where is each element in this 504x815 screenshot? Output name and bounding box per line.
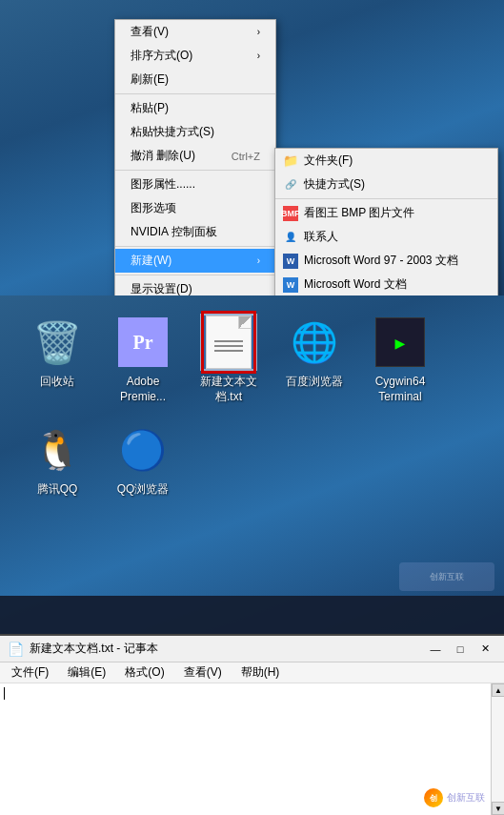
newfile-icon-visual [200, 314, 257, 371]
menu-item-sort[interactable]: 排序方式(O) › [115, 44, 275, 68]
desktop-icon-cygwin[interactable]: ▶ Cygwin64 Terminal [362, 310, 438, 408]
submenu[interactable]: 📁 文件夹(F) 🔗 快捷方式(S) BMP 看图王 BMP 图片文件 👤 联系… [274, 148, 498, 295]
arrow-icon: › [257, 27, 260, 37]
scroll-track[interactable] [492, 697, 504, 802]
desktop-icon-newfile[interactable]: 新建文本文 档.txt [191, 310, 267, 408]
qq-icon: 🐧 [33, 428, 81, 473]
premiere-label: Adobe Premie... [109, 375, 177, 404]
qqbrowser-icon: 🔵 [119, 428, 167, 473]
context-menu[interactable]: 查看(V) › 排序方式(O) › 刷新(E) 粘贴(P) 粘贴快捷方式(S) … [114, 19, 276, 295]
menu-item-undo[interactable]: 撤消 删除(U) Ctrl+Z [115, 144, 275, 168]
menu-item-view[interactable]: 查看(V) › [115, 20, 275, 44]
text-cursor [4, 687, 5, 700]
menu-separator [115, 246, 275, 247]
submenu-item-folder[interactable]: 📁 文件夹(F) [275, 149, 497, 173]
contact-icon: 👤 [283, 230, 298, 245]
premiere-icon-visual: Pr [114, 314, 171, 371]
submenu-item-word[interactable]: W Microsoft Word 文档 [275, 273, 497, 295]
vertical-scrollbar[interactable]: ▲ ▼ [491, 683, 504, 815]
menu-item-graphics-opt[interactable]: 图形选项 [115, 196, 275, 220]
submenu-item-bitmap[interactable]: BMP 看图王 BMP 图片文件 [275, 201, 497, 225]
notepad-title-icon: 📄 [8, 642, 24, 657]
menu-item-refresh[interactable]: 刷新(E) [115, 68, 275, 92]
baidu-browser-icon: 🌐 [291, 320, 338, 365]
recycle-icon: 🗑️ [32, 319, 82, 366]
submenu-item-contact[interactable]: 👤 联系人 [275, 225, 497, 249]
menu-separator [115, 170, 275, 171]
desktop-icon-baidu[interactable]: 🌐 百度浏览器 [276, 310, 353, 408]
menu-file[interactable]: 文件(F) [4, 662, 56, 683]
txt-file-lines [214, 340, 243, 352]
menu-item-display[interactable]: 显示设置(D) [115, 277, 275, 295]
watermark-text: 创新互联 [447, 791, 485, 805]
newfile-label: 新建文本文 档.txt [200, 375, 257, 404]
menu-format[interactable]: 格式(O) [117, 662, 171, 683]
qq-label: 腾讯QQ [37, 482, 78, 498]
menu-view[interactable]: 查看(V) [176, 662, 230, 683]
txt-file-icon [206, 316, 252, 369]
txt-line-3 [214, 350, 243, 352]
recycle-icon-visual: 🗑️ [29, 314, 86, 371]
desktop-icon-grid: 🗑️ 回收站 Pr Adobe Premie... [0, 295, 504, 516]
desktop-icon-recycle[interactable]: 🗑️ 回收站 [19, 310, 95, 408]
shortcut-icon: 🔗 [283, 177, 298, 193]
close-button[interactable]: ✕ [474, 641, 496, 658]
cygwin-terminal-icon: ▶ [375, 317, 425, 367]
submenu-item-shortcut[interactable]: 🔗 快捷方式(S) [275, 173, 497, 196]
word97-icon: W [283, 254, 298, 269]
submenu-separator [275, 198, 497, 199]
menu-item-graphics-prop[interactable]: 图形属性...... [115, 173, 275, 196]
notepad-watermark: 创 创新互联 [424, 788, 485, 807]
menu-item-new[interactable]: 新建(W) › [115, 249, 275, 273]
baidu-label: 百度浏览器 [286, 375, 343, 390]
bitmap-icon: BMP [283, 206, 298, 221]
arrow-icon: › [257, 51, 260, 61]
desktop-icon-qq[interactable]: 🐧 腾讯QQ [19, 418, 95, 501]
window-controls[interactable]: — □ ✕ [424, 641, 496, 658]
desktop-watermark: 创新互联 [399, 562, 494, 591]
qqbrowser-icon-visual: 🔵 [114, 421, 171, 479]
folder-icon: 📁 [283, 153, 298, 169]
cygwin-label: Cygwin64 Terminal [375, 375, 426, 404]
section3-notepad: 📄 新建文本文档.txt - 记事本 — □ ✕ 文件(F) 编辑(E) 格式(… [0, 634, 504, 815]
desktop-icon-premiere[interactable]: Pr Adobe Premie... [105, 310, 181, 408]
menu-separator [115, 93, 275, 94]
recycle-label: 回收站 [40, 375, 74, 390]
menu-item-paste[interactable]: 粘贴(P) [115, 96, 275, 120]
baidu-icon-visual: 🌐 [286, 314, 343, 371]
section2-desktop: 🗑️ 回收站 Pr Adobe Premie... [0, 295, 504, 634]
menu-item-paste-shortcut[interactable]: 粘贴快捷方式(S) [115, 120, 275, 144]
txt-line-2 [214, 345, 243, 347]
txt-line-1 [214, 340, 243, 342]
maximize-button[interactable]: □ [449, 641, 472, 658]
taskbar [0, 596, 504, 634]
menu-help[interactable]: 帮助(H) [233, 662, 288, 683]
notepad-titlebar: 📄 新建文本文档.txt - 记事本 — □ ✕ [0, 636, 504, 662]
qq-icon-visual: 🐧 [29, 421, 86, 479]
notepad-title: 📄 新建文本文档.txt - 记事本 [8, 641, 158, 657]
arrow-icon: › [257, 255, 260, 266]
scroll-down-button[interactable]: ▼ [492, 802, 504, 815]
scroll-up-button[interactable]: ▲ [492, 683, 504, 697]
notepad-menubar[interactable]: 文件(F) 编辑(E) 格式(O) 查看(V) 帮助(H) [0, 662, 504, 683]
submenu-item-word97[interactable]: W Microsoft Word 97 - 2003 文档 [275, 249, 497, 273]
menu-item-nvidia[interactable]: NVIDIA 控制面板 [115, 220, 275, 244]
watermark-logo-icon: 创 [424, 788, 443, 807]
shortcut-label: Ctrl+Z [232, 151, 260, 162]
menu-edit[interactable]: 编辑(E) [60, 662, 113, 683]
section1-desktop-contextmenu: 查看(V) › 排序方式(O) › 刷新(E) 粘贴(P) 粘贴快捷方式(S) … [0, 0, 504, 295]
minimize-button[interactable]: — [424, 641, 447, 658]
notepad-title-text: 新建文本文档.txt - 记事本 [30, 641, 158, 657]
premiere-icon: Pr [118, 317, 168, 367]
desktop-icon-qqbrowser[interactable]: 🔵 QQ浏览器 [105, 418, 181, 501]
word-icon: W [283, 277, 298, 293]
menu-separator [115, 275, 275, 275]
cygwin-icon-visual: ▶ [372, 314, 429, 371]
qqbrowser-label: QQ浏览器 [117, 482, 170, 498]
newfile-highlight-border [201, 311, 256, 374]
